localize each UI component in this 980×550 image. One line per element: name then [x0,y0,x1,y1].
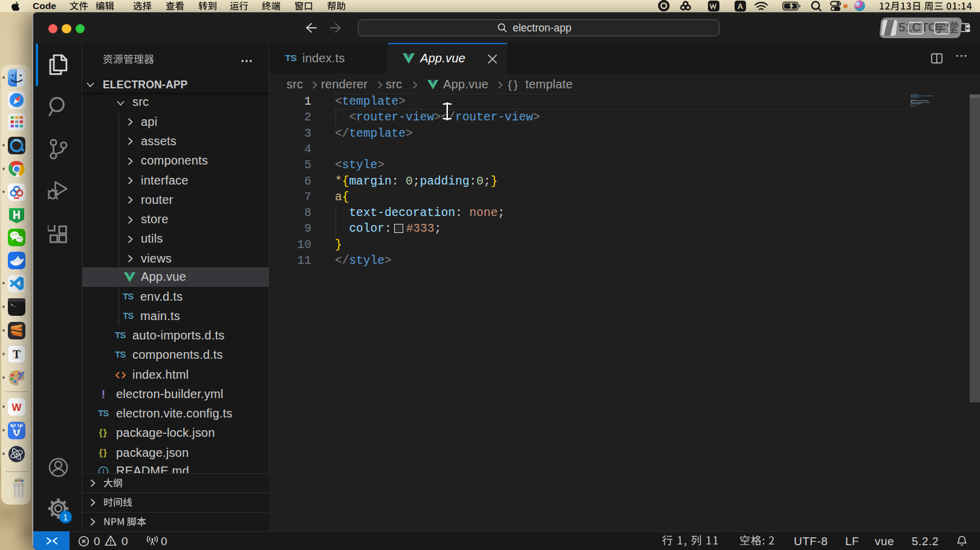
svg-text:>_: >_ [10,302,16,307]
svg-text:T: T [13,348,21,361]
svg-text:A: A [738,2,744,11]
svg-text:W: W [11,401,22,413]
